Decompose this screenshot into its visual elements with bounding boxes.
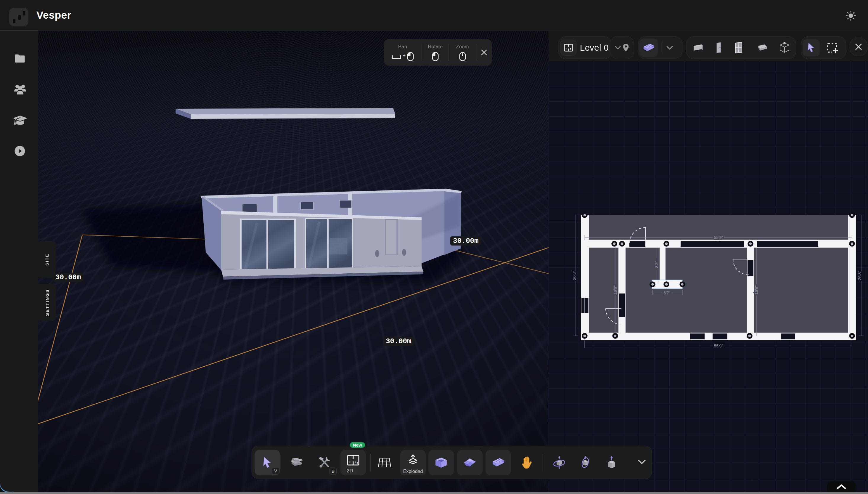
- svg-text:55'9": 55'9": [714, 344, 723, 348]
- svg-text:8'2": 8'2": [654, 261, 659, 268]
- svg-text:55'9": 55'9": [714, 235, 723, 240]
- svg-text:19'8": 19'8": [754, 285, 759, 294]
- svg-text:6'7": 6'7": [664, 290, 670, 295]
- svg-text:19'8": 19'8": [613, 285, 617, 294]
- svg-text:26'3": 26'3": [572, 271, 577, 280]
- svg-text:26'3": 26'3": [857, 271, 862, 280]
- svg-text:1: 1: [357, 462, 358, 465]
